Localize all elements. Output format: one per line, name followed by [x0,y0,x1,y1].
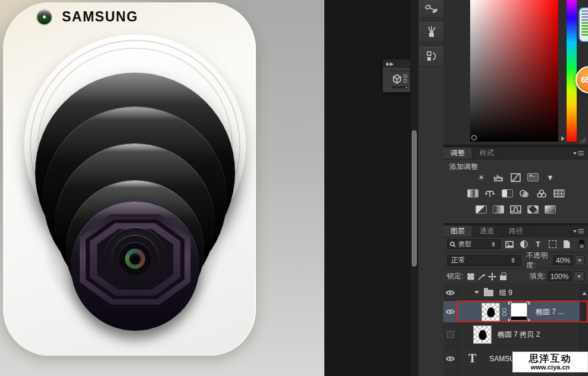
levels-icon[interactable] [492,173,505,182]
canvas-vertical-scrollbar[interactable] [410,0,418,376]
color-picker-cursor[interactable] [471,135,477,140]
layer-row-ellipse7-selected[interactable]: 椭圆 7 ... [443,301,580,323]
filter-smart-objects-icon[interactable] [561,240,572,249]
led-sphere-icon [37,10,52,24]
blend-mode-row: 正常 不透明度: 40% [443,253,588,267]
dock-grip-dots [423,19,439,21]
layer-filter-toggle[interactable] [579,240,584,249]
panel-menu-icon[interactable] [573,148,588,159]
filter-kind-label: 类型 [458,240,471,249]
posterize-icon[interactable] [492,205,505,214]
photo-filter-icon[interactable] [518,189,531,198]
filter-adjustment-layers-icon[interactable] [518,240,529,249]
visibility-eye-icon[interactable] [443,286,458,300]
layer-name[interactable]: 椭圆 7 ... [536,307,564,317]
panel-menu-icon[interactable] [573,225,588,237]
visibility-eye-icon[interactable] [443,346,458,371]
lock-transparency-icon[interactable] [465,272,476,281]
color-balance-icon[interactable] [484,189,496,198]
layer-thumbnail[interactable] [473,325,492,344]
lock-position-icon[interactable] [487,272,498,281]
hue-slider-pointer[interactable] [561,136,567,141]
lock-row: 锁定: 填充: 100% [443,270,588,283]
filter-type-layers-icon[interactable]: T [533,240,543,249]
fill-value-field[interactable]: 100% [548,271,571,281]
layer-name[interactable]: SAMSU [489,355,515,363]
layer-thumbnail[interactable] [481,303,500,321]
threshold-icon[interactable] [509,205,522,214]
folder-open-icon [484,290,493,296]
mask-link-icon[interactable] [501,308,507,316]
dock-grip-dots [423,43,439,46]
color-saturation-field[interactable] [470,0,558,142]
tab-layers[interactable]: 图层 [443,225,473,237]
document-canvas[interactable]: SAMSUNG [0,0,324,376]
blend-mode-dropdown[interactable]: 正常 [447,255,521,266]
layer-row-group9[interactable]: 组 9 [443,286,580,300]
lock-pixels-icon[interactable] [476,272,487,281]
swatch-square-icon[interactable] [404,79,407,83]
blend-mode-value: 正常 [451,255,465,265]
collapsed-panel-dock [418,0,443,376]
opacity-label: 不透明度: [526,250,551,271]
layer-row-group-collapsed[interactable]: 组 [443,372,580,376]
layer-name[interactable]: 组 9 [499,288,512,298]
hue-saturation-icon[interactable] [467,189,479,198]
color-lookup-icon[interactable] [553,189,565,198]
filter-pixel-layers-icon[interactable] [504,240,515,249]
fill-dropdown-button[interactable] [573,271,584,281]
tab-styles[interactable]: 样式 [473,148,502,159]
tab-adjustments[interactable]: 调整 [443,148,473,159]
scroll-up-arrow[interactable] [582,289,587,295]
type-layer-icon: T [468,352,476,365]
watermark-text: 思洋互动 [529,353,572,364]
filter-kind-dropdown[interactable]: 类型 [447,239,501,249]
fill-label: 填充: [530,271,546,281]
add-adjustment-label: 添加调整 [449,162,478,172]
tool-presets-panel-icon[interactable] [419,22,443,42]
layer-mask-thumbnail[interactable] [508,301,530,322]
battery-indicator-overlay [578,7,588,42]
selective-color-icon[interactable] [544,205,556,214]
panel-grip-dots [390,70,410,72]
watermark: 思洋互动 www.ciya.cn [512,352,588,372]
adjustments-body: 添加调整 ☀ ▼ [443,159,588,223]
hue-slider-strip[interactable] [567,0,577,142]
invert-icon[interactable] [475,205,487,214]
cube-3d-icon[interactable] [392,74,402,84]
visibility-eye-icon[interactable] [443,301,458,322]
opacity-value-field[interactable]: 40% [553,255,573,265]
layer-filter-row: 类型 T [443,237,588,251]
layer-row-ellipse7-copy2[interactable]: 椭圆 7 拷贝 2 [443,324,580,346]
collapse-panel-icon[interactable]: ▶▶ [386,61,393,67]
tab-paths[interactable]: 路径 [502,225,531,237]
lock-label: 锁定: [447,271,463,281]
channel-mixer-icon[interactable] [536,189,548,198]
curves-icon[interactable] [509,173,522,182]
group-expand-icon[interactable] [474,291,479,296]
mini-dropdown[interactable] [391,85,409,89]
scrollbar-thumb[interactable] [412,130,417,267]
panel-resize-grip[interactable] [579,136,586,143]
opacity-dropdown-button[interactable] [575,255,584,265]
gradient-map-icon[interactable] [527,205,539,214]
layers-tabbar: 图层 通道 路径 [443,225,588,237]
swatch-square-icon[interactable] [404,74,407,78]
photoshop-window: SAMSUNG ▶▶ ✕ [0,0,588,376]
right-panel-dock: 调整 样式 添加调整 ☀ [443,0,588,376]
camera-icon-artwork: SAMSUNG [3,2,256,356]
visibility-eye-icon[interactable] [443,372,458,376]
black-white-icon[interactable] [501,189,514,198]
exposure-icon[interactable] [527,173,539,182]
clone-source-panel-icon[interactable] [419,46,443,67]
brightness-contrast-icon[interactable]: ☀ [475,173,487,182]
vibrance-icon[interactable]: ▼ [544,173,556,182]
filter-shape-layers-icon[interactable] [547,240,558,249]
layer-name[interactable]: 椭圆 7 拷贝 2 [498,330,540,340]
tab-channels[interactable]: 通道 [473,225,502,237]
brush-panel-icon[interactable] [419,0,443,18]
visibility-checkbox-empty[interactable] [443,324,458,345]
adjustments-tabbar: 调整 样式 [443,148,588,159]
logo-text: SAMSUNG [62,9,138,25]
lock-all-icon[interactable] [498,272,508,281]
